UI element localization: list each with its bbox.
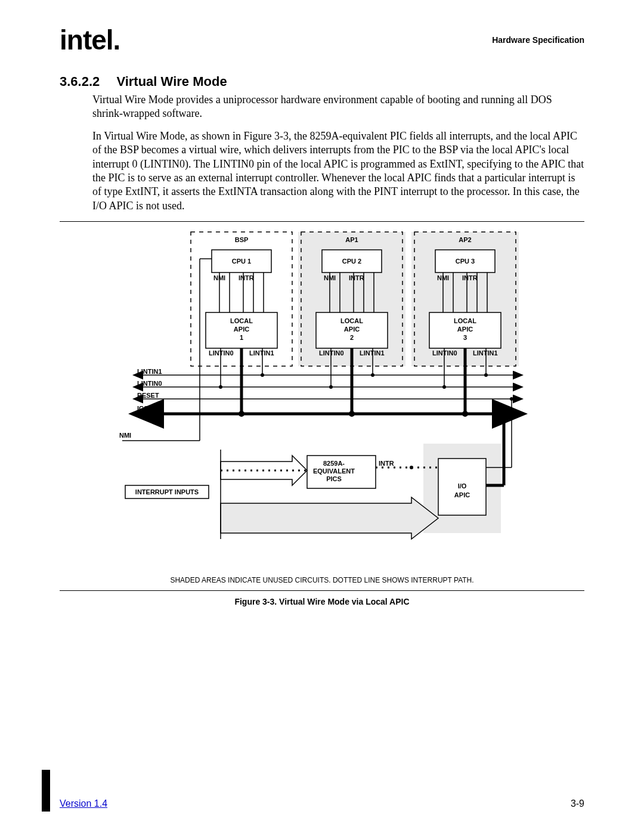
svg-marker-99 <box>221 497 438 539</box>
change-bar <box>42 770 50 812</box>
svg-text:RESET: RESET <box>137 392 159 399</box>
svg-text:APIC: APIC <box>234 326 249 333</box>
svg-text:LOCAL: LOCAL <box>454 317 476 324</box>
svg-point-90 <box>510 397 513 401</box>
logo-dot: . <box>113 24 120 55</box>
svg-point-79 <box>349 411 355 417</box>
svg-text:LINTIN1: LINTIN1 <box>137 368 162 375</box>
page-header: intel. Hardware Specification <box>60 24 584 56</box>
svg-text:INTR: INTR <box>462 274 478 281</box>
page: intel. Hardware Specification 3.6.2.2 Vi… <box>0 0 644 833</box>
svg-text:3: 3 <box>463 334 467 341</box>
svg-text:LINTIN0: LINTIN0 <box>209 349 234 357</box>
svg-text:AP2: AP2 <box>459 236 471 243</box>
svg-text:AP1: AP1 <box>345 236 358 243</box>
body-paragraph: In Virtual Wire Mode, as shown in Figure… <box>92 129 584 213</box>
diagram: BSP CPU 1 NMI INTR LOCAL APIC 1 LINTIN0 … <box>113 229 531 563</box>
svg-text:NMI: NMI <box>119 432 131 439</box>
figure-caption: Figure 3-3. Virtual Wire Mode via Local … <box>60 597 584 606</box>
svg-point-80 <box>462 411 468 417</box>
svg-text:ICC BUS: ICC BUS <box>137 405 164 412</box>
svg-text:INTERRUPT INPUTS: INTERRUPT INPUTS <box>135 488 199 496</box>
figure-3-3: BSP CPU 1 NMI INTR LOCAL APIC 1 LINTIN0 … <box>60 221 584 591</box>
svg-text:LINTIN1: LINTIN1 <box>360 349 385 357</box>
svg-text:LOCAL: LOCAL <box>230 317 253 324</box>
svg-text:LINTIN1: LINTIN1 <box>473 349 498 357</box>
svg-text:LINTIN0: LINTIN0 <box>137 380 162 387</box>
page-number: 3-9 <box>571 798 584 809</box>
svg-text:INTR: INTR <box>379 460 394 467</box>
svg-text:PICS: PICS <box>326 475 342 482</box>
section-title: Virtual Wire Mode <box>116 74 227 89</box>
svg-text:LINTIN1: LINTIN1 <box>249 349 274 357</box>
svg-text:EQUIVALENT: EQUIVALENT <box>313 467 355 475</box>
svg-point-87 <box>501 411 507 417</box>
body-paragraph: Virtual Wire Mode provides a uniprocesso… <box>92 93 584 121</box>
svg-text:APIC: APIC <box>344 326 360 333</box>
svg-text:LINTIN0: LINTIN0 <box>432 349 457 357</box>
svg-text:CPU 2: CPU 2 <box>342 258 361 265</box>
svg-text:I/O: I/O <box>458 482 467 490</box>
svg-text:8259A-: 8259A- <box>323 460 345 467</box>
logo-text: intel <box>60 24 113 55</box>
svg-point-78 <box>239 411 244 417</box>
figure-note: SHADED AREAS INDICATE UNUSED CIRCUITS. D… <box>60 576 584 584</box>
section-heading: 3.6.2.2 Virtual Wire Mode <box>60 74 584 89</box>
svg-text:1: 1 <box>240 334 243 341</box>
page-footer: Version 1.4 3-9 <box>60 798 584 809</box>
svg-text:CPU 3: CPU 3 <box>456 258 475 265</box>
intel-logo: intel. <box>60 24 120 56</box>
version-link[interactable]: Version 1.4 <box>60 798 107 809</box>
section-number: 3.6.2.2 <box>60 74 100 89</box>
svg-text:APIC: APIC <box>454 491 470 498</box>
svg-text:LINTIN0: LINTIN0 <box>319 349 344 357</box>
svg-text:LOCAL: LOCAL <box>340 317 363 324</box>
cpu-label: CPU 1 <box>232 258 251 265</box>
svg-text:2: 2 <box>350 334 354 341</box>
svg-text:INTR: INTR <box>349 274 364 281</box>
svg-text:APIC: APIC <box>457 326 473 333</box>
cpu-role: BSP <box>235 236 249 243</box>
spec-title: Hardware Specification <box>492 35 584 45</box>
svg-text:INTR: INTR <box>239 274 254 281</box>
